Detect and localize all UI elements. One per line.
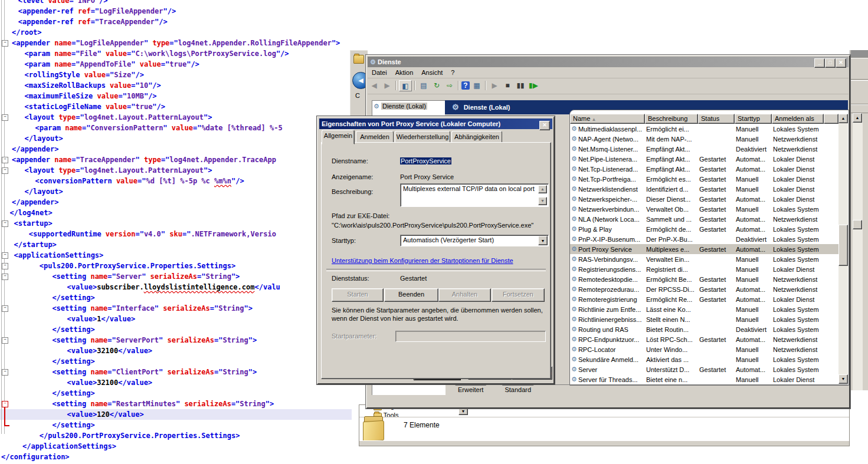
menu-item-aktion[interactable]: Aktion	[391, 68, 418, 77]
service-row[interactable]: ⚙PnP-X-IP-Busenum...Der PnP-X-Bu...Deakt…	[570, 234, 838, 244]
description-field[interactable]: Multiplexes external TCP/IP data on loca…	[400, 183, 549, 207]
fold-toggle-icon[interactable]: −	[2, 157, 8, 163]
column-header-anmeldenals[interactable]: Anmelden als	[772, 114, 824, 124]
pause-service-icon[interactable]: ▮▮	[515, 80, 526, 91]
column-header-name[interactable]: Name ▲	[570, 114, 645, 124]
menu-item-datei[interactable]: Datei	[368, 68, 391, 77]
code-line[interactable]: </startup>	[0, 239, 352, 250]
code-line[interactable]: <param name="ConversionPattern" value="%…	[0, 123, 352, 133]
code-line[interactable]: <value>120</value>	[0, 409, 352, 420]
service-row[interactable]: ⚙ServerUnterstützt D...GestartetAutomat.…	[570, 364, 838, 374]
help-icon[interactable]: ?	[461, 81, 470, 90]
code-line[interactable]: <maxSizeRollBackups value="10"/>	[0, 80, 352, 91]
scroll-thumb[interactable]	[838, 225, 848, 266]
column-header-status[interactable]: Status	[698, 114, 735, 124]
code-line[interactable]: <puls200.PortProxyService.Properties.Set…	[0, 261, 352, 271]
code-line[interactable]: <applicationSettings>	[0, 250, 352, 261]
code-line[interactable]: <setting name="ServerPort" serializeAs="…	[0, 335, 352, 345]
extended-view-icon[interactable]: ▦	[471, 80, 483, 91]
service-row[interactable]: ⚙Sekundäre Anmeld...Aktiviert das ...Man…	[570, 354, 838, 364]
scroll-down-icon[interactable]: ▼	[838, 374, 848, 384]
code-line[interactable]: <setting name="RestartMinutes" serialize…	[0, 399, 352, 409]
service-row[interactable]: ⚙RPC-LocatorUnter Windo...ManuellNetzwer…	[570, 344, 838, 354]
dialog-close-icon[interactable]: ✕	[539, 121, 550, 130]
service-row[interactable]: ⚙Multimediaklassenpl...Ermöglicht ei...M…	[570, 124, 838, 134]
menu-item-ansicht[interactable]: Ansicht	[417, 68, 447, 77]
explorer-scroll-thumb[interactable]	[853, 220, 862, 229]
fold-toggle-icon[interactable]: −	[2, 305, 8, 312]
code-line[interactable]: </setting>	[0, 324, 352, 335]
code-line[interactable]: </setting>	[0, 292, 352, 303]
column-header-beschreibung[interactable]: Beschreibung	[645, 114, 698, 124]
service-row[interactable]: ⚙Port Proxy ServiceMultiplexes e...Gesta…	[570, 244, 838, 254]
fold-toggle-icon[interactable]: −	[2, 167, 8, 174]
code-line[interactable]: <rollingStyle value="Size"/>	[0, 70, 352, 80]
code-line[interactable]: <setting name="Server" serializeAs="Stri…	[0, 271, 352, 282]
code-line[interactable]: <supportedRuntime version="v4.0" sku=".N…	[0, 229, 352, 239]
code-line[interactable]: </configuration>	[0, 452, 352, 462]
code-line[interactable]: <setting name="Interface" serializeAs="S…	[0, 303, 352, 314]
code-editor[interactable]: <level value="INFO"/><appender-ref ref="…	[0, 0, 352, 462]
code-line[interactable]: <param name="File" value="C:\work\logs\P…	[0, 48, 352, 59]
refresh-icon[interactable]: ↻	[431, 80, 443, 91]
back-icon[interactable]: ◀	[368, 80, 380, 91]
code-line[interactable]: <appender name="LogFileAppender" type="l…	[0, 38, 352, 48]
code-line[interactable]: <appender name="TraceAppender" type="log…	[0, 154, 352, 165]
code-line[interactable]: <layout type="log4net.Layout.PatternLayo…	[0, 165, 352, 176]
code-line[interactable]: </layout>	[0, 186, 352, 197]
service-row[interactable]: ⚙Netzwerkspeicher-...Dieser Dienst...Ges…	[570, 194, 838, 204]
restart-service-icon[interactable]: ▮▶	[528, 80, 539, 91]
code-line[interactable]: <value>subscriber.lloydslistintelligence…	[0, 282, 352, 292]
service-row[interactable]: ⚙RPC-Endpunktzuor...Löst RPC-Sch...Gesta…	[570, 334, 838, 344]
code-line[interactable]: <appender-ref ref="LogFileAppender"/>	[0, 6, 352, 17]
code-line[interactable]: <conversionPattern value="%d [%t] %-5p %…	[0, 176, 352, 186]
service-row[interactable]: ⚙Net.Msmq-Listener...Empfängt Akt...Deak…	[570, 144, 838, 154]
fold-toggle-icon[interactable]: −	[2, 40, 8, 47]
service-row[interactable]: ⚙NLA (Network Loca...Sammelt und ...Gest…	[570, 214, 838, 224]
service-row[interactable]: ⚙Net.Tcp-Listenerad...Empfängt Akt...Ges…	[570, 164, 838, 174]
code-line[interactable]: </setting>	[0, 356, 352, 367]
code-line[interactable]: <setting name="ClientPort" serializeAs="…	[0, 367, 352, 377]
scroll-up-icon[interactable]: ▲	[838, 114, 848, 123]
service-row[interactable]: ⚙Net.Tcp-Portfreiga...Ermöglicht es...Ge…	[570, 174, 838, 184]
stop-service-icon[interactable]: ■	[502, 80, 513, 91]
services-titlebar[interactable]: ⚙ Dienste _ □ ✕	[368, 57, 849, 67]
code-line[interactable]: </setting>	[0, 388, 352, 399]
code-line[interactable]: <appender-ref ref="TraceAppender"/>	[0, 17, 352, 27]
forward-icon[interactable]: ▶	[381, 80, 393, 91]
export-list-icon[interactable]: ⇨	[444, 80, 456, 91]
service-row[interactable]: ⚙Netzwerkverbindun...Verwaltet Ob...Gest…	[570, 204, 838, 214]
code-line[interactable]: <level value="INFO"/>	[0, 0, 352, 6]
explorer-scrollbar[interactable]: ▲	[853, 113, 863, 390]
combobox-dropdown-icon[interactable]: ▼	[538, 236, 548, 245]
fold-toggle-icon[interactable]: −	[2, 337, 8, 344]
menu-item-[interactable]: ?	[447, 68, 458, 77]
starten-button[interactable]: Starten	[332, 288, 384, 302]
code-line[interactable]: </appender>	[0, 144, 352, 154]
view-tab-standard[interactable]: Standard	[496, 385, 539, 394]
description-scroll-down-icon[interactable]: ▼	[538, 197, 547, 205]
start-params-input[interactable]	[395, 331, 546, 342]
show-console-tree-icon[interactable]: ◧	[399, 80, 412, 91]
description-scroll-up-icon[interactable]: ▲	[538, 185, 547, 193]
service-row[interactable]: ⚙NAP-Agent (Netwo...Mit dem NAP-...Manue…	[570, 134, 838, 144]
services-scrollbar[interactable]: ▲ ▼	[838, 114, 848, 384]
code-line[interactable]: </layout>	[0, 133, 352, 144]
code-line[interactable]: <value>1</value>	[0, 314, 352, 324]
dialog-tab-allgemein[interactable]: Allgemein	[322, 130, 355, 144]
close-button[interactable]: ✕	[836, 58, 846, 68]
fold-toggle-icon[interactable]: −	[2, 221, 8, 227]
start-service-icon[interactable]: ▶	[489, 80, 500, 91]
code-line[interactable]: <startup>	[0, 218, 352, 229]
code-line[interactable]: <value>32100</value>	[0, 377, 352, 388]
code-line[interactable]: </root>	[0, 27, 352, 38]
fold-toggle-icon[interactable]: −	[2, 263, 8, 269]
view-tab-erweitert[interactable]: Erweitert	[450, 385, 492, 394]
startup-options-help-link[interactable]: Unterstützung beim Konfigurieren der Sta…	[332, 257, 513, 264]
service-name-value[interactable]: PortProxyService	[400, 157, 451, 164]
code-line[interactable]: <param name="AppendToFile" value="true"/…	[0, 59, 352, 70]
service-row[interactable]: ⚙Server für Threads...Bietet eine n...Ma…	[570, 374, 838, 384]
fold-toggle-icon[interactable]: −	[2, 114, 8, 121]
code-line[interactable]: <layout type="log4net.Layout.PatternLayo…	[0, 112, 352, 123]
service-row[interactable]: ⚙Plug & PlayErmöglicht de...GestartetAut…	[570, 224, 838, 234]
